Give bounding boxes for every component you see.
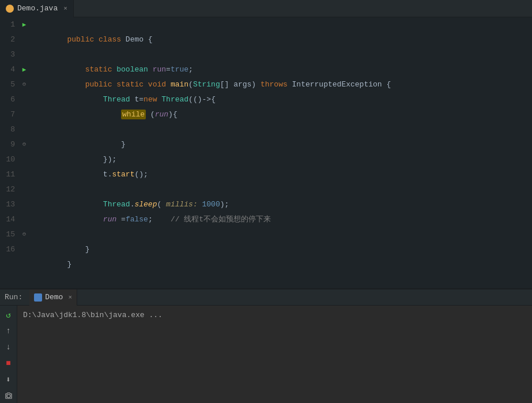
parens-start: (); (134, 170, 148, 179)
gutter-9[interactable]: ⊖ (20, 137, 29, 152)
tab-bar: Demo.java × (0, 0, 532, 17)
brace-main-open: { (386, 80, 391, 89)
code-line-16: } (31, 242, 532, 257)
line-num-4: 4 (0, 62, 20, 77)
line-row-5: 5 ⊖ (0, 77, 29, 92)
paren-thread: (() (188, 95, 202, 104)
line-num-12: 12 (0, 182, 20, 197)
file-tab[interactable]: Demo.java × (0, 0, 74, 17)
code-line-8: } (31, 122, 532, 137)
kw-class: class (99, 35, 126, 44)
gutter-4[interactable]: ▶ (20, 62, 29, 77)
stop-button[interactable]: ■ (2, 356, 16, 370)
tab-file-icon (6, 5, 14, 13)
brace-close-8: } (121, 140, 126, 149)
line-num-10: 10 (0, 152, 20, 167)
brace-close-15: } (85, 245, 90, 254)
line-num-11: 11 (0, 167, 20, 182)
tab-filename: Demo.java (17, 4, 58, 13)
gutter-1[interactable]: ▶ (20, 17, 29, 32)
line-row-14: 14 (0, 212, 29, 227)
gutter-15[interactable]: ⊖ (20, 227, 29, 242)
screenshot-button[interactable] (2, 389, 16, 402)
op-eq-13: = (121, 215, 126, 224)
line-num-13: 13 (0, 197, 20, 212)
panel-tab-icon (34, 293, 42, 302)
classname-demo: Demo (126, 35, 148, 44)
indent-5 (67, 95, 103, 104)
semi-3: ; (188, 65, 193, 74)
line-row-9: 9 ⊖ (0, 137, 29, 152)
panel-tab-bar: Run: Demo × (0, 289, 532, 306)
scroll-up-button[interactable]: ↑ (2, 324, 16, 338)
line-row-2: 2 (0, 32, 29, 47)
kw-false: false (126, 215, 148, 224)
code-container: 1 ▶ 2 3 4 ▶ (0, 17, 532, 288)
brace-close-16: } (67, 260, 71, 269)
line-row-10: 10 (0, 152, 29, 167)
panel-demo-tab[interactable]: Demo × (29, 289, 77, 306)
panel-run-label: Run: (5, 293, 22, 302)
line-row-15: 15 ⊖ (0, 227, 29, 242)
line-num-3: 3 (0, 47, 20, 62)
var-run-6: run (155, 110, 168, 119)
run-icon-4[interactable]: ▶ (22, 62, 27, 77)
scroll-down-button[interactable]: ↓ (2, 340, 16, 354)
suspend-button[interactable]: ⬇ (2, 372, 16, 386)
line-num-8: 8 (0, 122, 20, 137)
panel-content: ↺ ↑ ↓ ■ ⬇ (0, 306, 532, 403)
line-row-6: 6 (0, 92, 29, 107)
line-num-15: 15 (0, 227, 20, 242)
code-line-1: public class Demo { (31, 17, 532, 32)
editor-area: 1 ▶ 2 3 4 ▶ (0, 17, 532, 288)
line-row-8: 8 (0, 122, 29, 137)
op-eq-5: = (139, 95, 144, 104)
line-num-16: 16 (0, 242, 20, 257)
line-num-9: 9 (0, 137, 20, 152)
indent-12 (67, 200, 103, 209)
fold-icon-15[interactable]: ⊖ (22, 227, 26, 242)
line-row-11: 11 (0, 167, 29, 182)
bracket-string: [] (220, 80, 233, 89)
method-main: main (171, 80, 188, 89)
space-13 (116, 215, 121, 224)
line-numbers-gutter: 1 ▶ 2 3 4 ▶ (0, 17, 29, 288)
run-panel: Run: Demo × ↺ ↑ ↓ ■ ⬇ (0, 288, 532, 403)
close-lambda: }); (103, 155, 116, 164)
indent-8 (67, 140, 121, 149)
code-line-3: static boolean run=true; (31, 47, 532, 62)
type-thread-5: Thread (103, 95, 135, 104)
brace-open-1: { (148, 35, 153, 44)
param-args: args (233, 80, 251, 89)
panel-tab-close[interactable]: × (68, 294, 72, 301)
line-row-7: 7 (0, 107, 29, 122)
type-thread-new: Thread (161, 95, 188, 104)
kw-static-4: static (116, 80, 148, 89)
indent-10 (67, 170, 103, 179)
output-path: D:\Java\jdk1.8\bin\java.exe ... (23, 311, 163, 319)
paren-main-close: ) (251, 80, 261, 89)
run-icon-1[interactable]: ▶ (22, 17, 27, 32)
var-t-10: t (103, 170, 108, 179)
line-num-2: 2 (0, 32, 20, 47)
rerun-button[interactable]: ↺ (2, 308, 16, 322)
code-editor[interactable]: public class Demo { static boolean run=t… (29, 17, 532, 288)
indent-9 (67, 155, 103, 164)
fold-icon-5[interactable]: ⊖ (22, 77, 26, 92)
arrow: -> (202, 95, 212, 104)
semi-13: ; (148, 215, 153, 224)
fold-icon-9[interactable]: ⊖ (22, 137, 26, 152)
line-row-12: 12 (0, 182, 29, 197)
type-boolean: boolean (116, 65, 152, 74)
param-millis: millis: (166, 200, 198, 209)
svg-point-0 (7, 394, 10, 398)
paren-sleep-close: ); (220, 200, 229, 209)
line-row-3: 3 (0, 47, 29, 62)
brace-lambda: { (211, 95, 216, 104)
comment-13: // 线程t不会如预想的停下来 (153, 215, 271, 224)
output-line-1: D:\Java\jdk1.8\bin\java.exe ... (23, 309, 526, 322)
gutter-5[interactable]: ⊖ (20, 77, 29, 92)
tab-close-button[interactable]: × (63, 5, 67, 12)
indent-13 (67, 215, 103, 224)
line-num-6: 6 (0, 92, 20, 107)
